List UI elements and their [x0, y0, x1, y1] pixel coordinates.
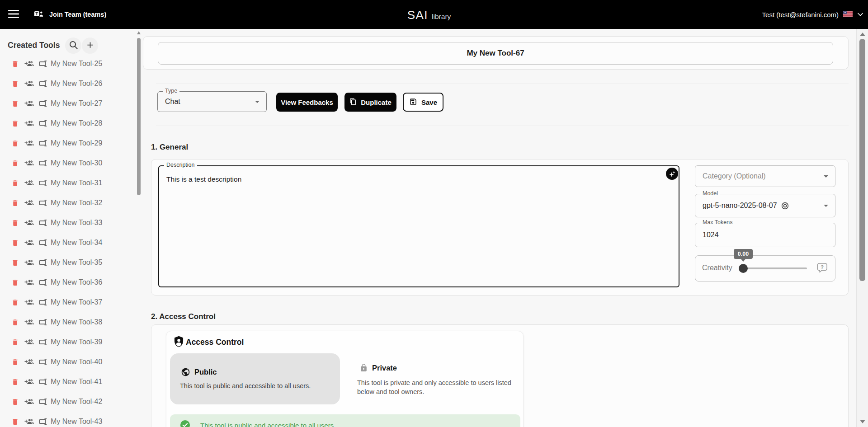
public-option-title[interactable]: Public: [194, 368, 217, 376]
creativity-slider-thumb[interactable]: [739, 264, 748, 273]
page-scrollbar-thumb[interactable]: [859, 39, 865, 281]
trash-icon[interactable]: [11, 80, 19, 88]
tool-list-item[interactable]: My New Tool-26: [0, 74, 141, 94]
tool-item-label[interactable]: My New Tool-41: [51, 378, 102, 386]
tool-item-label[interactable]: My New Tool-31: [51, 179, 102, 187]
tool-item-label[interactable]: My New Tool-30: [51, 159, 102, 167]
scroll-up-arrow[interactable]: [860, 33, 865, 36]
scroll-down-arrow[interactable]: [860, 420, 865, 423]
tool-item-label[interactable]: My New Tool-37: [51, 298, 102, 306]
rename-icon[interactable]: [38, 99, 47, 108]
sidebar-scroll-up-arrow[interactable]: [137, 31, 141, 34]
tool-item-label[interactable]: My New Tool-26: [51, 80, 102, 88]
rename-icon[interactable]: [38, 159, 47, 168]
tool-item-label[interactable]: My New Tool-29: [51, 139, 102, 147]
tool-list-item[interactable]: My New Tool-29: [0, 133, 141, 153]
add-tool-button[interactable]: [82, 38, 98, 54]
rename-icon[interactable]: [38, 258, 47, 267]
tool-list-item[interactable]: My New Tool-36: [0, 272, 141, 292]
rename-icon[interactable]: [38, 417, 47, 426]
tool-item-label[interactable]: My New Tool-35: [51, 258, 102, 267]
rename-icon[interactable]: [38, 198, 47, 207]
tool-item-label[interactable]: My New Tool-43: [51, 418, 102, 426]
tool-list-item[interactable]: My New Tool-35: [0, 253, 141, 272]
group-add-icon[interactable]: [23, 178, 35, 188]
group-add-icon[interactable]: [23, 417, 35, 426]
trash-icon[interactable]: [11, 358, 19, 366]
view-feedbacks-button[interactable]: View Feedbacks: [276, 93, 338, 112]
rename-icon[interactable]: [38, 59, 47, 68]
question-bubble-icon[interactable]: ?: [816, 263, 828, 273]
rename-icon[interactable]: [38, 397, 47, 406]
description-input[interactable]: This is a test description: [159, 166, 679, 286]
tool-item-label[interactable]: My New Tool-25: [51, 60, 102, 68]
rename-icon[interactable]: [38, 238, 47, 247]
rename-icon[interactable]: [38, 357, 47, 366]
rename-icon[interactable]: [38, 139, 47, 148]
tool-list-item[interactable]: My New Tool-40: [0, 352, 141, 372]
tool-item-label[interactable]: My New Tool-38: [51, 318, 102, 326]
rename-icon[interactable]: [38, 79, 47, 88]
rename-icon[interactable]: [38, 377, 47, 386]
trash-icon[interactable]: [11, 398, 19, 406]
trash-icon[interactable]: [11, 139, 19, 148]
private-option-desc[interactable]: This tool is private and only accessible…: [357, 378, 513, 396]
trash-icon[interactable]: [11, 60, 19, 68]
caret-down-icon[interactable]: [821, 200, 831, 211]
tool-item-label[interactable]: My New Tool-36: [51, 278, 102, 286]
rename-icon[interactable]: [38, 119, 47, 128]
rename-icon[interactable]: [38, 338, 47, 347]
page-scrollbar[interactable]: [856, 29, 868, 427]
tool-list-item[interactable]: My New Tool-30: [0, 153, 141, 173]
group-add-icon[interactable]: [23, 318, 35, 327]
model-select[interactable]: Model gpt-5-nano-2025-08-07: [695, 194, 835, 217]
tool-item-label[interactable]: My New Tool-27: [51, 99, 102, 108]
hamburger-menu-button[interactable]: [8, 10, 19, 19]
trash-icon[interactable]: [11, 119, 19, 128]
group-add-icon[interactable]: [23, 218, 35, 227]
save-button[interactable]: Save: [403, 93, 443, 112]
group-add-icon[interactable]: [23, 198, 35, 207]
trash-icon[interactable]: [11, 99, 19, 108]
trash-icon[interactable]: [11, 179, 19, 188]
group-add-icon[interactable]: [23, 278, 35, 287]
group-add-icon[interactable]: [23, 357, 35, 366]
tool-list-item[interactable]: My New Tool-42: [0, 392, 141, 412]
access-option-public[interactable]: [170, 353, 340, 404]
search-tools-button[interactable]: [65, 38, 81, 54]
group-add-icon[interactable]: [23, 79, 35, 88]
tool-item-label[interactable]: My New Tool-34: [51, 239, 102, 247]
trash-icon[interactable]: [11, 378, 19, 386]
trash-icon[interactable]: [11, 219, 19, 227]
tool-list-item[interactable]: My New Tool-37: [0, 292, 141, 312]
tool-list-item[interactable]: My New Tool-33: [0, 213, 141, 233]
tool-list-item[interactable]: My New Tool-28: [0, 113, 141, 133]
rename-icon[interactable]: [38, 318, 47, 327]
group-add-icon[interactable]: [23, 119, 35, 128]
tool-item-label[interactable]: My New Tool-28: [51, 119, 102, 127]
group-add-icon[interactable]: [23, 99, 35, 108]
duplicate-button[interactable]: Duplicate: [344, 93, 396, 112]
group-add-icon[interactable]: [23, 338, 35, 347]
group-add-icon[interactable]: [23, 377, 35, 386]
creativity-slider-track[interactable]: [743, 267, 807, 269]
category-select[interactable]: Category (Optional): [695, 165, 835, 187]
rename-icon[interactable]: [38, 218, 47, 227]
private-option-title[interactable]: Private: [372, 364, 397, 372]
tool-list-item[interactable]: My New Tool-32: [0, 193, 141, 213]
trash-icon[interactable]: [11, 298, 19, 307]
join-team-button[interactable]: Join Team (teams): [31, 9, 109, 21]
caret-down-icon[interactable]: [252, 96, 263, 107]
max-tokens-input[interactable]: 1024: [703, 231, 719, 239]
trash-icon[interactable]: [11, 318, 19, 327]
trash-icon[interactable]: [11, 338, 19, 347]
tool-list-item[interactable]: My New Tool-38: [0, 312, 141, 332]
tool-list-item[interactable]: My New Tool-34: [0, 233, 141, 253]
group-add-icon[interactable]: [23, 59, 35, 68]
tool-list-item[interactable]: My New Tool-31: [0, 173, 141, 193]
tool-item-label[interactable]: My New Tool-42: [51, 398, 102, 406]
trash-icon[interactable]: [11, 418, 19, 426]
ai-generate-button[interactable]: [666, 168, 678, 180]
caret-down-icon[interactable]: [821, 171, 831, 182]
trash-icon[interactable]: [11, 199, 19, 207]
